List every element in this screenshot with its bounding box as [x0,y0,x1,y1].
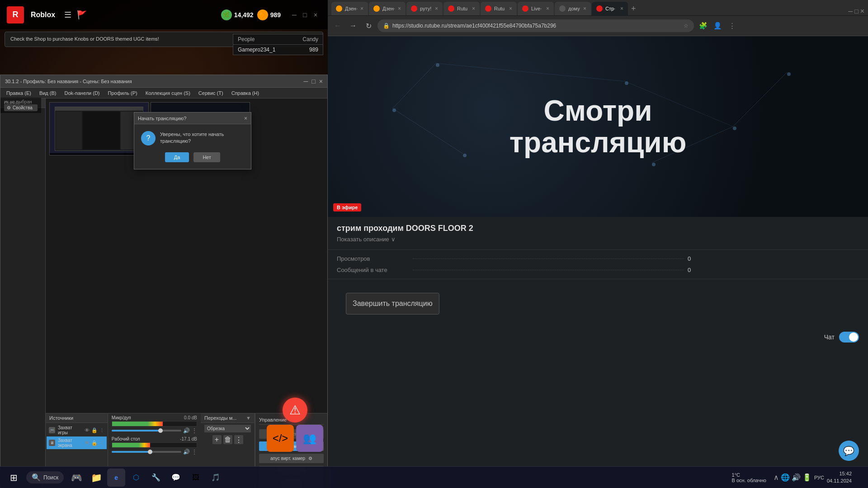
browser-tab-6[interactable]: Live· × [518,2,554,15]
browser-back-btn[interactable]: ← [331,19,344,32]
obs-mic-mute-icon[interactable]: 🔊 [183,427,190,434]
taskbar-search-bar[interactable]: 🔍 Поиск [26,471,64,483]
taskbar-app-files[interactable]: 📁 [87,469,105,487]
source-more-icon[interactable]: ⋮ [99,427,104,433]
browser-tab-3[interactable]: руту! × [406,2,443,15]
obs-maximize-btn[interactable]: □ [311,78,315,85]
taskbar-app-vscode[interactable]: ⬡ [127,469,145,487]
taskbar-app-tools[interactable]: 🔧 [147,469,165,487]
tab-3-close[interactable]: × [435,5,438,12]
browser-forward-btn[interactable]: → [347,19,359,32]
browser-profile-btn[interactable]: 👤 [711,19,724,32]
browser-address-bar[interactable]: 🔒 https://studio.rutube.ru/stream/ae1cf4… [377,19,694,32]
gear-icon: ⚙ [7,105,11,110]
obs-mic-more-icon[interactable]: ⋮ [192,427,197,434]
tab-active-close[interactable]: × [620,5,623,12]
rutube-end-stream-btn[interactable]: Завершить трансляцию [346,293,439,314]
obs-transition-del-btn[interactable]: 🗑 [223,435,232,444]
tray-battery-icon[interactable]: 🔋 [802,473,811,482]
obs-menu-tools[interactable]: Сервис (Т) [195,89,227,97]
taskbar-app-photos[interactable]: 🖼 [187,469,205,487]
roblox-topbar: R Roblox ☰ 🚩 🌿 14,492 🔶 989 ─ □ × [0,0,328,29]
browser-tab-4[interactable]: Rutu × [443,2,480,15]
people-column-header: People [238,36,255,42]
tray-network-icon[interactable]: 🌐 [781,473,790,482]
obs-menu-scene-collection[interactable]: Коллекция сцен (S) [142,89,194,97]
taskbar-start-btn[interactable]: ⊞ [5,469,23,487]
obs-transition-add-btn[interactable]: + [212,435,222,444]
obs-menu-dock[interactable]: Dok-панели (D) [61,89,104,97]
tray-sound-icon[interactable]: 🔊 [792,473,801,482]
game-capture-icon: 🎮 [49,427,55,433]
rutube-chat-toggle[interactable] [839,332,859,343]
roblox-close-btn[interactable]: × [314,11,321,19]
roblox-warning-icon[interactable]: ⚠ [283,398,307,422]
source-screen-controls: 👁 🔒 ⋮ [85,440,104,446]
obs-transition-more-btn[interactable]: ⋮ [234,435,243,444]
obs-menu-help[interactable]: Справка (H) [228,89,263,97]
obs-desktop-mute-icon[interactable]: 🔊 [183,449,190,455]
obs-mic-slider[interactable] [112,430,181,432]
roblox-banner-text: Check the Shop to purchase Knobs or DOOR… [10,36,159,42]
taskbar-app-media[interactable]: 🎵 [207,469,225,487]
roblox-menu-icon-1[interactable]: ☰ [64,10,71,20]
roblox-code-btn[interactable]: </> [267,425,294,452]
obs-source-screen-capture[interactable]: 🖥 Захват экрана 👁 🔒 ⋮ [47,436,107,449]
tab-4-close[interactable]: × [472,5,475,12]
obs-dialog-yes-btn[interactable]: Да [165,152,189,162]
browser-menu-btn[interactable]: ⋮ [726,19,738,32]
tab-7-close[interactable]: × [583,5,586,12]
obs-dialog-no-btn[interactable]: Нет [193,152,220,162]
bookmark-icon[interactable]: ☆ [684,23,689,29]
obs-dialog-icon: ? [141,131,156,145]
browser-maximize-btn[interactable]: □ [854,8,858,15]
browser-minimize-btn[interactable]: ─ [848,8,853,15]
browser-new-tab-btn[interactable]: + [629,2,638,15]
taskbar-language[interactable]: РУС [814,475,824,480]
obs-minimize-btn[interactable]: ─ [303,78,308,85]
taskbar-app-browser[interactable]: e [107,469,125,487]
browser-tab-active[interactable]: Стр· × [592,2,628,15]
obs-virtual-camera-btn[interactable]: апус вирт. камер ⚙ [259,454,324,463]
rutube-description-toggle[interactable]: Показать описание ∨ [337,236,859,243]
source-lock-icon-2[interactable]: 🔒 [91,440,98,446]
taskbar-app-chat[interactable]: 💬 [167,469,185,487]
browser-refresh-btn[interactable]: ↻ [362,19,375,32]
obs-menu-file[interactable]: Правка (Е) [3,89,35,97]
obs-menu-view[interactable]: Вид (В) [36,89,60,97]
roblox-menu-icon-2[interactable]: 🚩 [77,10,87,20]
source-more-icon-2[interactable]: ⋮ [99,440,104,446]
source-game-controls: 👁 🔒 ⋮ [85,427,104,433]
browser-tab-5[interactable]: Rutu × [481,2,517,15]
roblox-people-btn[interactable]: 👥 [296,425,323,452]
tab-6-close[interactable]: × [546,5,549,12]
tab-3-favicon [411,5,417,12]
obs-close-btn[interactable]: × [319,78,323,85]
tab-5-close[interactable]: × [509,5,512,12]
obs-source-game-capture[interactable]: 🎮 Захват игры 👁 🔒 ⋮ [47,424,107,436]
rutube-support-btn[interactable]: 💬 [839,441,859,461]
scene-props-btn[interactable]: ⚙ Свойства [4,104,38,111]
obs-desktop-slider[interactable] [112,451,181,453]
roblox-minimize-btn[interactable]: ─ [292,11,299,19]
roblox-maximize-btn[interactable]: □ [303,11,310,19]
browser-extensions-btn[interactable]: 🧩 [697,19,709,32]
tab-1-close[interactable]: × [360,5,363,12]
source-lock-icon[interactable]: 🔒 [91,427,98,433]
source-eye-icon-2[interactable]: 👁 [85,440,90,446]
obs-transitions-expand-icon[interactable]: ▼ [246,415,251,421]
browser-close-btn[interactable]: × [860,7,864,15]
rutube-chat-toggle-thumb [849,333,858,342]
tab-2-close[interactable]: × [398,5,401,12]
taskbar-show-desktop-btn[interactable] [854,469,863,487]
browser-tab-7[interactable]: дому × [555,2,591,15]
obs-transitions-select[interactable]: Обрезка [204,425,251,432]
tray-expand-icon[interactable]: ∧ [774,473,779,482]
obs-dialog-close-btn[interactable]: × [244,115,247,122]
taskbar-app-game[interactable]: 🎮 [67,469,85,487]
obs-desktop-more-icon[interactable]: ⋮ [192,449,197,455]
browser-tab-2[interactable]: Дзен· × [369,2,406,15]
obs-menu-profile[interactable]: Профиль (P) [104,89,141,97]
source-eye-icon[interactable]: 👁 [85,427,90,433]
browser-tab-1[interactable]: Дзен· × [331,2,368,15]
